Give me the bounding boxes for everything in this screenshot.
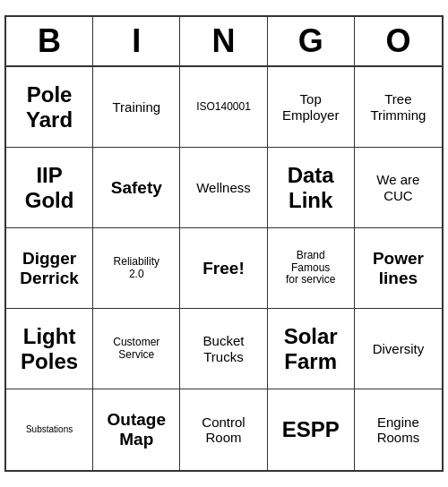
cell-text-12: Free!	[202, 259, 244, 278]
cell-text-9: We areCUC	[376, 172, 419, 203]
header-letter-n: N	[180, 17, 267, 65]
cell-text-22: ControlRoom	[202, 414, 245, 446]
cell-13: BrandFamousfor service	[268, 228, 355, 309]
cell-text-24: EngineRooms	[377, 414, 420, 446]
cell-18: SolarFarm	[268, 309, 355, 389]
header-letter-g: G	[268, 17, 355, 65]
cell-11: Reliability2.0	[93, 228, 180, 309]
cell-text-5: IIPGold	[25, 163, 74, 212]
cell-19: Diversity	[355, 309, 442, 389]
cell-text-0: PoleYard	[26, 82, 73, 132]
cell-9: We areCUC	[355, 148, 442, 228]
cell-text-18: SolarFarm	[284, 324, 338, 373]
cell-6: Safety	[93, 148, 180, 228]
cell-20: Substations	[6, 389, 93, 470]
cell-7: Wellness	[180, 148, 267, 228]
header-letter-b: B	[6, 17, 93, 65]
cell-12: Free!	[180, 228, 267, 309]
cell-5: IIPGold	[6, 148, 93, 228]
cell-text-17: BucketTrucks	[203, 333, 245, 364]
cell-text-3: TopEmployer	[282, 91, 339, 123]
cell-3: TopEmployer	[268, 67, 355, 148]
cell-text-23: ESPP	[282, 417, 340, 442]
cell-text-8: DataLink	[288, 163, 334, 212]
cell-4: TreeTrimming	[355, 67, 442, 148]
cell-23: ESPP	[268, 389, 355, 470]
cell-16: CustomerService	[93, 309, 180, 389]
bingo-card: BINGO PoleYardTrainingISO140001TopEmploy…	[4, 15, 444, 472]
cell-21: OutageMap	[93, 389, 180, 470]
cell-24: EngineRooms	[355, 389, 442, 470]
bingo-header: BINGO	[6, 17, 442, 67]
header-letter-i: I	[93, 17, 180, 65]
cell-text-14: Powerlines	[373, 249, 424, 288]
cell-text-4: TreeTrimming	[370, 91, 426, 123]
cell-1: Training	[93, 67, 180, 148]
cell-text-2: ISO140001	[196, 101, 251, 114]
cell-text-21: OutageMap	[108, 410, 166, 449]
cell-text-10: DiggerDerrick	[20, 249, 79, 288]
cell-10: DiggerDerrick	[6, 228, 93, 309]
cell-14: Powerlines	[355, 228, 442, 309]
cell-22: ControlRoom	[180, 389, 267, 470]
cell-8: DataLink	[268, 148, 355, 228]
cell-text-6: Safety	[111, 178, 162, 198]
cell-text-16: CustomerService	[113, 337, 159, 362]
cell-2: ISO140001	[180, 67, 267, 148]
cell-0: PoleYard	[6, 67, 93, 148]
cell-text-13: BrandFamousfor service	[286, 250, 335, 286]
cell-15: LightPoles	[6, 309, 93, 389]
cell-text-7: Wellness	[196, 180, 251, 195]
cell-text-20: Substations	[26, 424, 73, 435]
cell-text-15: LightPoles	[21, 324, 78, 373]
bingo-grid: PoleYardTrainingISO140001TopEmployerTree…	[6, 67, 442, 470]
cell-text-19: Diversity	[373, 341, 425, 356]
header-letter-o: O	[355, 17, 442, 65]
cell-17: BucketTrucks	[180, 309, 267, 389]
cell-text-1: Training	[112, 99, 160, 115]
cell-text-11: Reliability2.0	[114, 256, 159, 281]
